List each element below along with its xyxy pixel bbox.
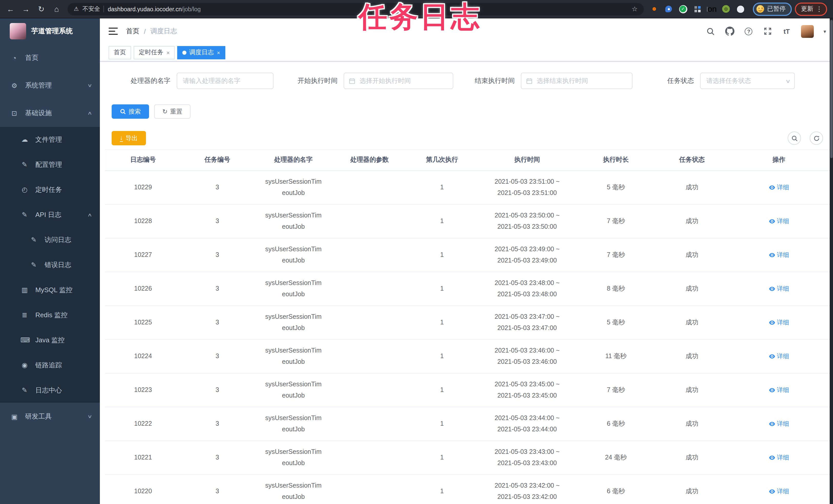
reset-button[interactable]: ↻ 重置 [154,104,191,119]
detail-link[interactable]: 详细 [769,283,789,294]
search-icon [120,108,126,115]
sidebar-item-error-log[interactable]: ✎错误日志 [0,252,100,277]
timer-icon: ◴ [21,186,29,194]
cell-handler-name: sysUserSessionTimeoutJob [254,407,333,440]
refresh-button[interactable] [810,131,823,145]
job-status-field[interactable] [705,77,783,85]
address-bar[interactable]: ⚠ 不安全 dashboard.yudao.iocoder.cn/job/log… [68,3,644,15]
breadcrumb-home[interactable]: 首页 [126,27,139,36]
back-icon[interactable]: ← [6,5,15,13]
breadcrumb: 首页 / 调度日志 [126,27,177,36]
export-button[interactable]: ↓ 导出 [112,131,146,145]
sidebar-item-label: 访问日志 [45,235,71,244]
end-time-input[interactable] [521,73,633,89]
detail-link[interactable]: 详细 [769,216,789,227]
extension-icon[interactable] [736,5,745,13]
cell-status: 成功 [656,441,728,474]
font-size-icon[interactable]: tT [782,27,791,36]
column-header-actions: 操作 [728,150,830,170]
tab-home[interactable]: 首页 [109,46,131,59]
cell-status: 成功 [656,475,728,504]
sidebar-item-access-log[interactable]: ✎访问日志 [0,227,100,252]
close-icon[interactable]: × [166,49,170,55]
menu-kebab-icon[interactable]: ⋮ [816,5,823,13]
column-header-job-id: 任务编号 [181,150,254,170]
cell-actions: 详细 [728,171,830,204]
cell-actions: 详细 [728,374,830,407]
table-row: 102283sysUserSessionTimeoutJob12021-05-0… [105,205,830,238]
profile-paused-badge[interactable]: 已暂停 [753,2,792,16]
filter-label: 结束执行时间 [468,76,515,85]
eye-icon [769,285,776,292]
table-body: 102293sysUserSessionTimeoutJob12021-05-0… [105,171,830,504]
sidebar-item-mysql-monitor[interactable]: ▥MySQL 监控 [0,277,100,302]
extension-icon[interactable]: ⚙ [722,5,730,13]
start-time-input[interactable] [344,73,453,89]
sidebar-item-home[interactable]: ◔首页 [0,44,100,72]
toggle-search-button[interactable] [788,131,801,145]
error-log-icon: ✎ [30,261,38,269]
extension-icon[interactable] [693,5,701,13]
detail-link[interactable]: 详细 [769,317,789,328]
search-icon[interactable] [706,27,715,36]
extension-icon[interactable] [664,5,673,13]
bookmark-star-icon[interactable]: ☆ [632,5,638,13]
extension-icon[interactable]: ✓ [679,5,687,13]
eye-icon [769,488,776,495]
cell-exec-time: 2021-05-03 23:44:00 ~2021-05-03 23:44:00 [478,407,576,440]
cell-exec-time: 2021-05-03 23:43:00 ~2021-05-03 23:43:00 [478,441,576,474]
cell-exec-time: 2021-05-03 23:46:00 ~2021-05-03 23:46:00 [478,340,576,373]
tab-job-log[interactable]: 调度日志× [177,46,225,59]
tab-scheduled-task[interactable]: 定时任务× [134,46,175,59]
detail-link[interactable]: 详细 [769,452,789,463]
home-icon[interactable]: ⌂ [52,5,61,13]
scrollbar[interactable] [830,19,833,504]
scrollbar-thumb[interactable] [830,20,833,158]
sidebar-item-system-management[interactable]: ⚙系统管理∨ [0,72,100,99]
help-icon[interactable]: ? [744,27,753,36]
sidebar-item-log-center[interactable]: ✎日志中心 [0,378,100,403]
eye-icon [769,319,776,326]
sidebar-item-file-management[interactable]: ☁文件管理 [0,127,100,152]
sidebar-item-scheduled-task[interactable]: ◴定时任务 [0,177,100,202]
reload-icon[interactable]: ↻ [37,4,46,14]
extension-icon[interactable] [650,5,659,13]
sidebar-item-redis-monitor[interactable]: ≣Redis 监控 [0,302,100,327]
end-time-field[interactable] [536,77,627,85]
cell-exec-time: 2021-05-03 23:47:00 ~2021-05-03 23:47:00 [478,306,576,339]
fullscreen-icon[interactable] [763,27,772,36]
sidebar-item-java-monitor[interactable]: ⌨Java 监控 [0,327,100,353]
close-icon[interactable]: × [217,49,220,55]
detail-link[interactable]: 详细 [769,351,789,362]
cell-actions: 详细 [728,475,830,504]
forward-icon[interactable]: → [22,5,30,13]
detail-link[interactable]: 详细 [769,385,789,396]
chevron-down-icon[interactable]: ▾ [824,28,826,34]
sidebar-item-label: 链路追踪 [35,360,62,370]
detail-link[interactable]: 详细 [769,486,789,497]
job-status-select[interactable]: ∨ [700,73,795,89]
avatar[interactable] [801,25,814,37]
detail-link[interactable]: 详细 [769,250,789,260]
github-icon[interactable] [725,27,734,36]
app-logo-row[interactable]: 芋道管理系统 [0,19,100,44]
handler-name-field[interactable] [182,77,268,85]
filter-label: 开始执行时间 [290,76,337,85]
sidebar-item-infrastructure[interactable]: ⊡基础设施∧ [0,99,100,127]
browser-update-button[interactable]: 更新 ⋮ [795,2,827,16]
sidebar-item-dev-tools[interactable]: ▣研发工具∨ [0,403,100,430]
handler-name-input[interactable] [177,73,273,89]
search-button[interactable]: 搜索 [112,104,149,119]
gear-icon: ⚙ [10,82,19,89]
detail-link[interactable]: 详细 [769,419,789,429]
filter-label: 任务状态 [661,76,694,85]
sidebar-item-config-management[interactable]: ✎配置管理 [0,152,100,177]
sidebar-item-trace[interactable]: ◉链路追踪 [0,353,100,378]
extension-icon[interactable]: on [707,5,716,13]
dashboard-icon: ◔ [10,54,19,62]
hamburger-icon[interactable] [109,28,118,35]
cell-job-id: 3 [181,407,254,440]
detail-link[interactable]: 详细 [769,182,789,193]
start-time-field[interactable] [358,77,448,85]
sidebar-item-api-log[interactable]: ✎API 日志∧ [0,202,100,227]
